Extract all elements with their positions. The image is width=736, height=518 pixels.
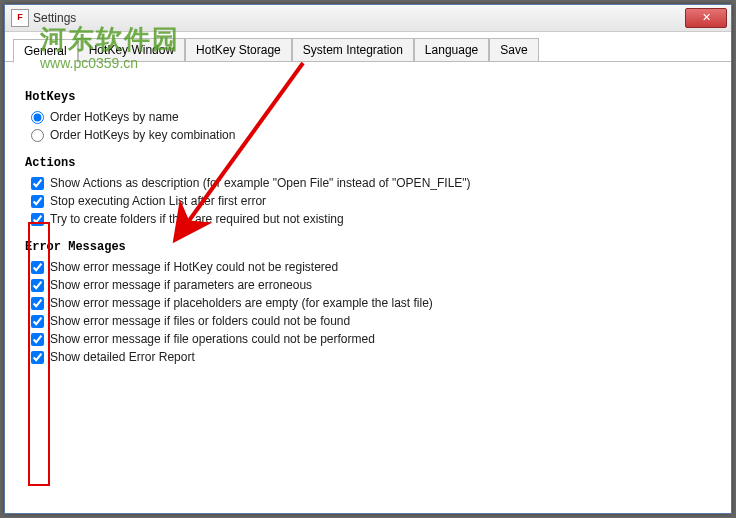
option-stop-on-error[interactable]: Stop executing Action List after first e… — [25, 194, 711, 208]
radio-order-by-combo[interactable] — [31, 129, 44, 142]
label-stop-on-error: Stop executing Action List after first e… — [50, 194, 266, 208]
tab-content: HotKeys Order HotKeys by name Order HotK… — [5, 62, 731, 382]
tab-language[interactable]: Language — [414, 38, 489, 61]
option-err-params[interactable]: Show error message if parameters are err… — [25, 278, 711, 292]
checkbox-stop-on-error[interactable] — [31, 195, 44, 208]
option-order-by-combo[interactable]: Order HotKeys by key combination — [25, 128, 711, 142]
label-create-folders: Try to create folders if they are requir… — [50, 212, 344, 226]
section-errors-title: Error Messages — [25, 240, 711, 254]
section-hotkeys-title: HotKeys — [25, 90, 711, 104]
label-err-hotkey-reg: Show error message if HotKey could not b… — [50, 260, 338, 274]
tab-strip: General HotKey Window HotKey Storage Sys… — [5, 32, 731, 62]
tab-system-integration[interactable]: System Integration — [292, 38, 414, 61]
label-err-params: Show error message if parameters are err… — [50, 278, 312, 292]
checkbox-err-hotkey-reg[interactable] — [31, 261, 44, 274]
tab-hotkey-window[interactable]: HotKey Window — [78, 38, 185, 61]
label-order-by-combo: Order HotKeys by key combination — [50, 128, 235, 142]
close-button[interactable]: ✕ — [685, 8, 727, 28]
checkbox-err-params[interactable] — [31, 279, 44, 292]
section-actions-title: Actions — [25, 156, 711, 170]
tab-general[interactable]: General — [13, 39, 78, 63]
option-create-folders[interactable]: Try to create folders if they are requir… — [25, 212, 711, 226]
app-icon: F — [11, 9, 29, 27]
tab-hotkey-storage[interactable]: HotKey Storage — [185, 38, 292, 61]
label-err-fileops: Show error message if file operations co… — [50, 332, 375, 346]
label-show-actions-desc: Show Actions as description (for example… — [50, 176, 471, 190]
checkbox-show-actions-desc[interactable] — [31, 177, 44, 190]
option-err-report[interactable]: Show detailed Error Report — [25, 350, 711, 364]
checkbox-err-report[interactable] — [31, 351, 44, 364]
option-order-by-name[interactable]: Order HotKeys by name — [25, 110, 711, 124]
option-err-files[interactable]: Show error message if files or folders c… — [25, 314, 711, 328]
option-err-hotkey-reg[interactable]: Show error message if HotKey could not b… — [25, 260, 711, 274]
tab-save[interactable]: Save — [489, 38, 538, 61]
label-err-files: Show error message if files or folders c… — [50, 314, 350, 328]
checkbox-err-files[interactable] — [31, 315, 44, 328]
checkbox-err-placeholders[interactable] — [31, 297, 44, 310]
option-err-placeholders[interactable]: Show error message if placeholders are e… — [25, 296, 711, 310]
checkbox-create-folders[interactable] — [31, 213, 44, 226]
option-err-fileops[interactable]: Show error message if file operations co… — [25, 332, 711, 346]
window-title: Settings — [33, 11, 76, 25]
titlebar: F Settings ✕ — [5, 5, 731, 32]
option-show-actions-desc[interactable]: Show Actions as description (for example… — [25, 176, 711, 190]
checkbox-err-fileops[interactable] — [31, 333, 44, 346]
label-err-placeholders: Show error message if placeholders are e… — [50, 296, 433, 310]
label-order-by-name: Order HotKeys by name — [50, 110, 179, 124]
label-err-report: Show detailed Error Report — [50, 350, 195, 364]
settings-window: F Settings ✕ General HotKey Window HotKe… — [4, 4, 732, 514]
radio-order-by-name[interactable] — [31, 111, 44, 124]
